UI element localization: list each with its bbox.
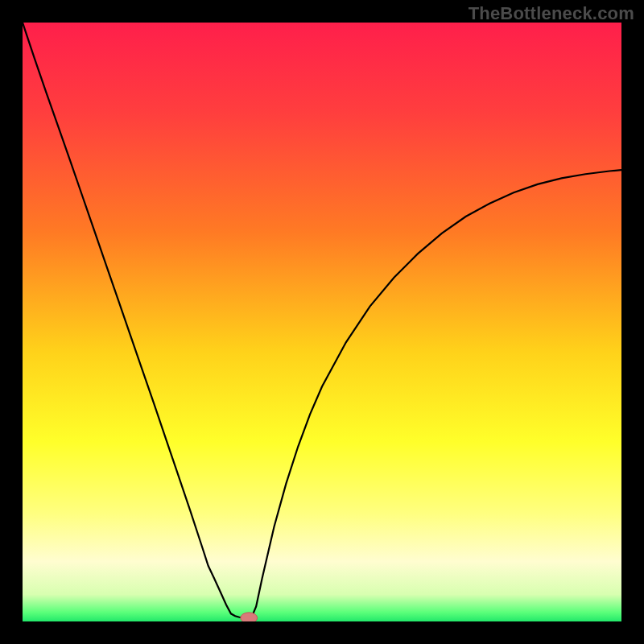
bottleneck-chart [23,23,621,621]
watermark-text: TheBottleneck.com [469,3,634,24]
chart-frame: TheBottleneck.com [0,0,644,644]
plot-area [23,23,621,621]
minimum-marker [241,613,258,621]
gradient-background [23,23,621,621]
